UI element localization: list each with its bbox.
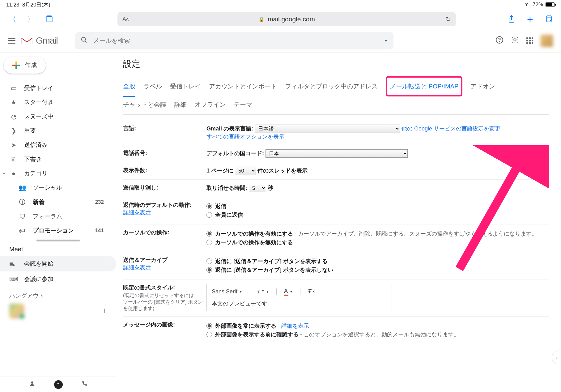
- select-language[interactable]: 日本語: [255, 125, 400, 133]
- hangouts-bottom-tabs: ❞: [0, 377, 116, 392]
- compose-button[interactable]: 作成: [4, 57, 46, 74]
- tab-3[interactable]: アカウントとインポート: [209, 79, 277, 96]
- sidebar-item-送信済み[interactable]: ➤送信済み: [0, 138, 116, 152]
- gmail-header: Gmail ▼: [0, 29, 561, 53]
- hangouts-add-button[interactable]: +: [101, 306, 107, 316]
- help-icon[interactable]: [495, 36, 504, 46]
- link-reply-detail[interactable]: 詳細を表示: [123, 209, 151, 215]
- select-page-size[interactable]: 50: [235, 167, 256, 175]
- meet-join-button[interactable]: ⌨ 会議に参加: [0, 271, 116, 287]
- radio-sa-hide[interactable]: [206, 267, 212, 273]
- nav-list: ▭受信トレイ★スター付き◔スヌーズ中❯重要➤送信済み🗎下書き●カテゴリ👥ソーシャ…: [0, 81, 116, 238]
- settings-table: 言語: Gmail の表示言語: 日本語 他の Google サービスの言語設定…: [123, 120, 549, 344]
- link-send-archive-detail[interactable]: 詳細を表示: [123, 264, 151, 271]
- tab-7[interactable]: チャットと会議: [123, 97, 166, 114]
- share-button[interactable]: [505, 13, 518, 25]
- nav-label: カテゴリ: [24, 169, 48, 177]
- tabs-button[interactable]: [542, 13, 555, 25]
- tab-8[interactable]: 詳細: [174, 97, 187, 114]
- tab-1[interactable]: ラベル: [143, 79, 162, 96]
- reload-button[interactable]: ↻: [446, 15, 451, 23]
- search-options-caret-icon[interactable]: ▼: [384, 39, 388, 43]
- radio-hover-off[interactable]: [206, 240, 212, 245]
- hamburger-menu-icon[interactable]: [8, 37, 15, 45]
- sidebar-item-フォーラム[interactable]: 🗨フォーラム: [0, 209, 116, 224]
- new-tab-button[interactable]: +: [524, 13, 536, 25]
- text-size-button[interactable]: AA: [122, 16, 128, 23]
- nav-label: プロモーション: [33, 227, 74, 235]
- sidebar-item-ソーシャル[interactable]: 👥ソーシャル: [0, 181, 116, 195]
- radio-images-always[interactable]: [206, 323, 212, 329]
- row-images: メッセージ内の画像: 外部画像を常に表示する - 詳細を表示 外部画像を表示する…: [123, 317, 549, 344]
- nav-icon: ⓘ: [19, 198, 26, 206]
- nav-icon: 🏷: [19, 227, 26, 234]
- back-button[interactable]: 〈: [6, 13, 19, 25]
- url-bar[interactable]: AA 🔒 mail.google.com ↻: [117, 12, 456, 26]
- lock-icon: 🔒: [258, 16, 265, 22]
- svg-point-2: [81, 37, 85, 41]
- row-page-size: 表示件数: 1 ページに 50 件のスレッドを表示: [123, 162, 549, 180]
- sidebar-item-下書き[interactable]: 🗎下書き: [0, 152, 116, 166]
- tab-10[interactable]: テーマ: [234, 97, 252, 114]
- account-avatar[interactable]: [541, 35, 553, 47]
- search-bar[interactable]: ▼: [75, 32, 393, 49]
- gmail-logo[interactable]: Gmail: [20, 36, 58, 46]
- opt-sa-hide: 返信に [送信＆アーカイブ] ボタンを表示しない: [215, 266, 333, 274]
- side-panel-toggle[interactable]: ‹: [552, 351, 561, 364]
- clear-format-button[interactable]: T✕: [308, 288, 315, 295]
- row-phone: 電話番号: デフォルトの国コード: 日本: [123, 145, 549, 162]
- search-input[interactable]: [93, 37, 379, 44]
- nav-icon: ◔: [10, 113, 17, 120]
- radio-sa-show[interactable]: [206, 258, 212, 264]
- label-page-size: 表示件数:: [123, 162, 206, 180]
- nav-label: ソーシャル: [33, 184, 62, 192]
- tab-5[interactable]: メール転送と POP/IMAP: [386, 76, 462, 96]
- font-family-button[interactable]: Sans Serif ▼: [212, 288, 242, 295]
- link-images-detail[interactable]: - 詳細を表示: [276, 323, 309, 329]
- gmail-logo-text: Gmail: [36, 36, 58, 46]
- sidebar-item-新着[interactable]: ⓘ新着232: [0, 195, 116, 209]
- tab-0[interactable]: 全般: [123, 79, 135, 97]
- row-default-style: 既定の書式スタイル: (既定の書式にリセットするには、ツールバーの [書式をクリ…: [123, 279, 549, 317]
- sidebar-item-重要[interactable]: ❯重要: [0, 124, 116, 138]
- font-size-button[interactable]: тT ▼: [257, 288, 269, 295]
- settings-title: 設定: [123, 58, 549, 70]
- sidebar-item-プロモーション[interactable]: 🏷プロモーション141: [0, 224, 116, 238]
- link-other-services[interactable]: 他の Google サービスの言語設定を変更: [402, 126, 500, 132]
- bookmarks-button[interactable]: [43, 13, 56, 25]
- sidebar-item-スター付き[interactable]: ★スター付き: [0, 95, 116, 109]
- radio-hover-on[interactable]: [206, 231, 212, 236]
- opt-reply-all: 全員に返信: [215, 211, 243, 219]
- select-undo-seconds[interactable]: 5: [249, 184, 266, 192]
- sidebar-item-カテゴリ[interactable]: ●カテゴリ: [0, 166, 116, 181]
- radio-reply-all[interactable]: [206, 212, 212, 218]
- page-size-suffix: 件のスレッドを表示: [257, 168, 308, 174]
- meet-start-button[interactable]: ■▶ 会議を開始: [0, 256, 116, 271]
- phone-tab-icon[interactable]: [81, 381, 87, 389]
- radio-reply[interactable]: [206, 203, 212, 209]
- tab-9[interactable]: オフライン: [195, 97, 226, 114]
- sidebar-item-スヌーズ中[interactable]: ◔スヌーズ中: [0, 109, 116, 124]
- page-size-prefix: 1 ページに: [206, 168, 233, 174]
- link-show-all-lang[interactable]: すべての言語オプションを表示: [206, 134, 284, 140]
- hangouts-row[interactable]: +: [0, 302, 116, 320]
- contacts-tab-icon[interactable]: [29, 380, 36, 389]
- tab-2[interactable]: 受信トレイ: [170, 79, 201, 96]
- tab-6[interactable]: アドオン: [470, 79, 495, 96]
- sidebar-item-受信トレイ[interactable]: ▭受信トレイ: [0, 81, 116, 95]
- display-language-label: Gmail の表示言語:: [206, 126, 253, 132]
- format-preview-text: 本文のプレビューです。: [212, 300, 387, 307]
- nav-count: 232: [95, 199, 104, 205]
- label-undo: 送信取り消し:: [123, 180, 206, 197]
- gear-icon[interactable]: [511, 36, 519, 46]
- scroll-indicator: [36, 240, 80, 241]
- meet-section-title: Meet: [0, 243, 116, 256]
- apps-grid-icon[interactable]: [526, 37, 533, 44]
- undo-prefix: 取り消せる時間:: [206, 185, 247, 191]
- tab-4[interactable]: フィルタとブロック中のアドレス: [285, 79, 378, 96]
- select-country-code[interactable]: 日本: [266, 149, 408, 158]
- radio-images-ask[interactable]: [206, 332, 212, 337]
- meet-join-label: 会議に参加: [24, 275, 53, 283]
- font-color-button[interactable]: A ▼: [284, 288, 293, 296]
- hangouts-tab-icon[interactable]: ❞: [54, 380, 63, 389]
